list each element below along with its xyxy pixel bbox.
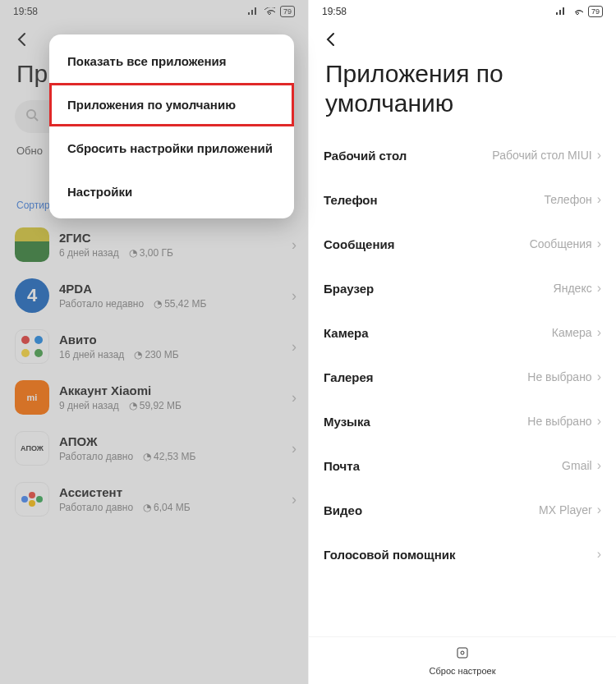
app-size: 42,53 МБ xyxy=(154,451,195,462)
setting-label: Галерея xyxy=(324,370,374,384)
chevron-right-icon: › xyxy=(597,370,601,384)
storage-icon: ◔ xyxy=(134,349,142,360)
status-bar: 19:58 79 xyxy=(309,0,616,23)
status-time: 19:58 xyxy=(322,6,347,17)
chevron-right-icon: › xyxy=(597,503,601,517)
reset-label: Сброс настроек xyxy=(430,666,496,676)
app-subtitle: Работало давно xyxy=(59,451,133,462)
signal-icon xyxy=(555,7,567,16)
menu-default-apps[interactable]: Приложения по умолчанию xyxy=(49,83,294,126)
chevron-right-icon: › xyxy=(597,547,601,562)
storage-icon: ◔ xyxy=(143,502,151,513)
app-row[interactable]: 4 4PDA Работало недавно ◔55,42 МБ › xyxy=(0,270,308,321)
chevron-right-icon: › xyxy=(597,414,601,429)
menu-settings[interactable]: Настройки xyxy=(49,170,294,213)
app-name: Авито xyxy=(59,333,292,347)
setting-camera[interactable]: Камера Камера› xyxy=(309,310,616,355)
reset-settings-button[interactable]: Сброс настроек xyxy=(309,636,616,684)
app-subtitle: Работало давно xyxy=(59,502,133,513)
app-size: 6,04 МБ xyxy=(154,502,191,513)
app-size: 55,42 МБ xyxy=(164,298,206,310)
apps-list: 2ГИС 6 дней назад ◔3,00 ГБ › 4 4PDA Рабо… xyxy=(0,219,308,525)
chevron-right-icon: › xyxy=(597,148,601,163)
app-icon-avito xyxy=(15,329,49,364)
status-bar: 19:58 79 xyxy=(0,0,308,23)
status-time: 19:58 xyxy=(13,6,38,17)
setting-label: Почта xyxy=(324,459,360,473)
setting-mail[interactable]: Почта Gmail› xyxy=(309,443,616,488)
app-size: 3,00 ГБ xyxy=(140,247,173,259)
storage-icon: ◔ xyxy=(129,247,137,259)
app-name: Ассистент xyxy=(59,485,292,499)
setting-browser[interactable]: Браузер Яндекс› xyxy=(309,266,616,310)
app-icon-xiaomi: mi xyxy=(15,380,49,415)
left-phone-screen: 19:58 79 Пр Обно Сортировка по имени при… xyxy=(0,0,308,684)
setting-label: Рабочий стол xyxy=(324,149,407,163)
signal-icon xyxy=(247,7,259,16)
storage-icon: ◔ xyxy=(154,298,162,310)
chevron-right-icon: › xyxy=(597,281,601,296)
app-name: 2ГИС xyxy=(59,231,292,245)
chevron-right-icon: › xyxy=(292,287,297,305)
setting-label: Сообщения xyxy=(324,237,394,251)
setting-phone[interactable]: Телефон Телефон› xyxy=(309,177,616,222)
svg-point-0 xyxy=(27,110,35,118)
setting-messages[interactable]: Сообщения Сообщения› xyxy=(309,222,616,266)
app-size: 59,92 МБ xyxy=(140,400,182,411)
reset-icon xyxy=(455,645,470,663)
setting-music[interactable]: Музыка Не выбрано› xyxy=(309,399,616,443)
app-subtitle: Работало недавно xyxy=(59,298,144,310)
app-subtitle: 9 дней назад xyxy=(59,400,119,411)
chevron-right-icon: › xyxy=(597,458,601,473)
page-title: Приложения по умолчанию xyxy=(309,53,616,133)
chevron-right-icon: › xyxy=(292,236,297,254)
app-icon-4pda: 4 xyxy=(15,278,49,313)
right-phone-screen: 19:58 79 Приложения по умолчанию Рабочий… xyxy=(308,0,616,684)
setting-value: Яндекс xyxy=(554,282,592,295)
back-button[interactable] xyxy=(13,30,33,49)
app-row[interactable]: Ассистент Работало давно ◔6,04 МБ › xyxy=(0,474,308,525)
chevron-right-icon: › xyxy=(292,338,297,356)
app-row[interactable]: АПОЖ АПОЖ Работало давно ◔42,53 МБ › xyxy=(0,423,308,474)
battery-icon: 79 xyxy=(280,6,295,17)
search-icon xyxy=(25,108,39,126)
setting-value: MX Player xyxy=(539,503,592,516)
app-row[interactable]: Авито 16 дней назад ◔230 МБ › xyxy=(0,321,308,372)
setting-value: Телефон xyxy=(545,193,592,206)
app-subtitle: 16 дней назад xyxy=(59,349,124,360)
setting-gallery[interactable]: Галерея Не выбрано› xyxy=(309,355,616,399)
setting-label: Браузер xyxy=(324,282,374,296)
chevron-right-icon: › xyxy=(597,325,601,340)
app-row[interactable]: 2ГИС 6 дней назад ◔3,00 ГБ › xyxy=(0,219,308,270)
setting-value: Не выбрано xyxy=(527,415,591,428)
menu-show-all-apps[interactable]: Показать все приложения xyxy=(49,39,294,83)
setting-label: Голосовой помощник xyxy=(324,548,455,562)
setting-label: Видео xyxy=(324,503,362,517)
back-button[interactable] xyxy=(322,30,342,49)
setting-homescreen[interactable]: Рабочий стол Рабочий стол MIUI› xyxy=(309,133,616,177)
default-apps-list: Рабочий стол Рабочий стол MIUI› Телефон … xyxy=(309,133,616,576)
context-menu-popup: Показать все приложения Приложения по ум… xyxy=(49,34,294,218)
svg-rect-1 xyxy=(457,648,467,658)
wifi-icon xyxy=(264,7,275,16)
setting-value: Сообщения xyxy=(530,237,592,250)
app-size: 230 МБ xyxy=(145,349,178,360)
setting-value: Камера xyxy=(552,326,592,339)
wifi-icon xyxy=(572,7,583,16)
storage-icon: ◔ xyxy=(129,400,137,411)
menu-reset-app-settings[interactable]: Сбросить настройки приложений xyxy=(49,126,294,170)
setting-value: Не выбрано xyxy=(527,370,591,383)
app-row[interactable]: mi Аккаунт Xiaomi 9 дней назад ◔59,92 МБ… xyxy=(0,372,308,423)
storage-icon: ◔ xyxy=(143,451,151,462)
battery-icon: 79 xyxy=(588,6,603,17)
app-icon-apozh: АПОЖ xyxy=(15,431,49,466)
setting-value: Рабочий стол MIUI xyxy=(492,149,591,162)
svg-point-2 xyxy=(461,651,464,654)
app-name: 4PDA xyxy=(59,282,292,296)
setting-label: Музыка xyxy=(324,415,370,429)
app-icon-assistant xyxy=(15,482,49,516)
setting-label: Камера xyxy=(324,326,369,340)
setting-voice-assistant[interactable]: Голосовой помощник › xyxy=(309,532,616,576)
setting-label: Телефон xyxy=(324,193,378,207)
setting-video[interactable]: Видео MX Player› xyxy=(309,488,616,532)
